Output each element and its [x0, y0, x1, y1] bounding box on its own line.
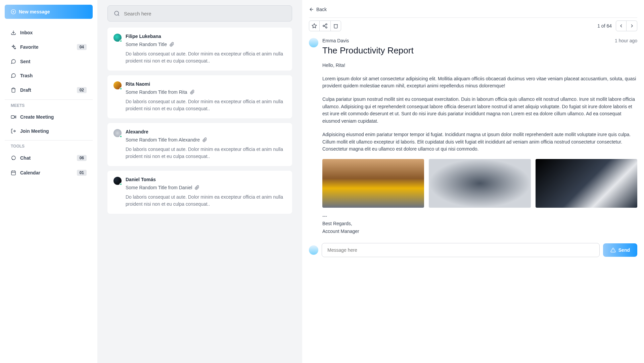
sidebar-item-sent[interactable]: Sent [5, 54, 93, 69]
email-sender: Alexandre [126, 129, 286, 134]
chat-badge: 06 [77, 155, 87, 161]
sidebar-item-label: Join Meeting [20, 128, 49, 134]
sidebar-item-label: Calendar [20, 170, 40, 175]
svg-point-16 [323, 25, 324, 27]
paperclip-icon [170, 42, 174, 47]
favorite-badge: 04 [77, 44, 87, 50]
sidebar-item-draft[interactable]: Draft 02 [5, 83, 93, 97]
sidebar-item-inbox[interactable]: Inbox [5, 26, 93, 40]
sidebar-item-label: Favorite [20, 44, 38, 50]
email-list-panel: Filipe Lukebana Some Random Title Do lab… [97, 0, 302, 363]
new-message-button[interactable]: New message [5, 5, 93, 19]
svg-point-11 [114, 11, 119, 15]
email-list-item[interactable]: Rita Naomi Some Random Title from Rita D… [107, 75, 292, 118]
reply-input[interactable] [322, 243, 600, 257]
share-button[interactable] [320, 21, 330, 31]
svg-line-12 [118, 14, 119, 15]
chat-icon [11, 73, 16, 78]
paperclip-icon [202, 137, 207, 142]
email-detail-panel: Back 1 of 64 Emma Davis 1 hour ago [302, 0, 644, 363]
sidebar-item-label: Create Meeting [20, 114, 54, 120]
sidebar-item-label: Sent [20, 59, 30, 64]
search-box[interactable] [107, 5, 292, 22]
email-list-item[interactable]: Alexandre Some Random Title from Alexand… [107, 123, 292, 166]
email-preview: Do laboris consequat ut aute. Dolor mini… [126, 194, 286, 208]
sidebar-item-label: Draft [20, 87, 31, 93]
star-button[interactable] [309, 21, 320, 31]
delete-button[interactable] [330, 21, 341, 31]
sidebar-item-label: Chat [20, 155, 31, 161]
attachment-image[interactable] [429, 159, 531, 208]
sidebar-item-calendar[interactable]: Calendar 01 [5, 165, 93, 180]
email-title: Some Random Title from Rita [126, 89, 187, 95]
email-sender: Filipe Lukebana [126, 34, 286, 39]
email-preview: Do laboris consequat ut aute. Dolor mini… [126, 98, 286, 112]
new-message-label: New message [19, 9, 50, 14]
email-preview: Do laboris consequat ut aute. Dolor mini… [126, 50, 286, 65]
search-icon [114, 10, 120, 16]
sidebar-item-favorite[interactable]: Favorite 04 [5, 40, 93, 54]
section-tools-title: TOOLS [5, 140, 93, 151]
email-sender: Rita Naomi [126, 81, 286, 87]
body-paragraph: Culpa pariatur ipsum nostrud mollit sint… [322, 96, 637, 125]
sparkle-icon [11, 44, 16, 50]
search-input[interactable] [124, 11, 286, 16]
chat-icon [11, 59, 16, 64]
avatar [113, 129, 122, 137]
back-label: Back [316, 7, 327, 12]
sidebar-item-chat[interactable]: Chat 06 [5, 151, 93, 165]
sidebar-item-label: Trash [20, 73, 33, 78]
avatar [113, 81, 122, 89]
section-meets-title: MEETS [5, 99, 93, 110]
attachment-image[interactable] [536, 159, 637, 208]
star-icon [312, 23, 317, 29]
send-label: Send [618, 247, 630, 253]
trash-icon [333, 23, 338, 29]
draft-badge: 02 [77, 87, 87, 93]
calendar-icon [11, 170, 16, 175]
svg-point-15 [326, 24, 327, 25]
attachment-image[interactable] [322, 159, 424, 208]
alert-triangle-icon [610, 247, 616, 253]
trash-icon [11, 87, 16, 93]
sidebar-item-create-meeting[interactable]: Create Meeting [5, 110, 93, 124]
reply-avatar [309, 245, 318, 255]
email-preview: Do laboris consequat ut aute. Dolor mini… [126, 146, 286, 160]
detail-sender-name: Emma Davis [322, 38, 349, 43]
message-icon [11, 155, 16, 161]
paperclip-icon [190, 90, 195, 94]
svg-marker-14 [312, 24, 316, 28]
prev-button[interactable] [616, 21, 627, 31]
avatar [113, 34, 122, 42]
arrow-left-icon [309, 7, 314, 12]
svg-point-17 [326, 27, 327, 28]
video-icon [11, 114, 16, 120]
closing-regards: Best Regards, [322, 220, 637, 227]
body-paragraph: Adipisicing eiusmod enim pariatur tempor… [322, 131, 637, 153]
calendar-badge: 01 [77, 170, 87, 176]
next-button[interactable] [627, 21, 637, 31]
chevron-left-icon [618, 23, 624, 29]
sidebar-item-join-meeting[interactable]: Join Meeting [5, 124, 93, 138]
svg-line-19 [324, 25, 326, 26]
sidebar-item-trash[interactable]: Trash [5, 69, 93, 83]
svg-marker-5 [14, 116, 16, 118]
plus-circle-icon [11, 9, 16, 14]
email-sender: Daniel Tomás [126, 177, 286, 182]
share-icon [322, 23, 328, 29]
email-title: Some Random Title [126, 42, 167, 47]
closing-divider: --- [322, 212, 637, 220]
svg-rect-7 [11, 171, 15, 175]
detail-subject: The Productivity Report [322, 45, 637, 56]
body-greeting: Hello, Rita! [322, 62, 637, 69]
download-icon [11, 30, 16, 35]
closing-title: Account Manager [322, 228, 637, 235]
back-button[interactable]: Back [309, 5, 327, 14]
sender-avatar [309, 38, 318, 47]
sidebar-item-label: Inbox [20, 30, 33, 35]
send-button[interactable]: Send [603, 243, 637, 257]
email-list-item[interactable]: Daniel Tomás Some Random Title from Dani… [107, 171, 292, 214]
email-title: Some Random Title from Alexandre [126, 137, 200, 143]
page-count: 1 of 64 [597, 23, 612, 29]
email-list-item[interactable]: Filipe Lukebana Some Random Title Do lab… [107, 28, 292, 71]
